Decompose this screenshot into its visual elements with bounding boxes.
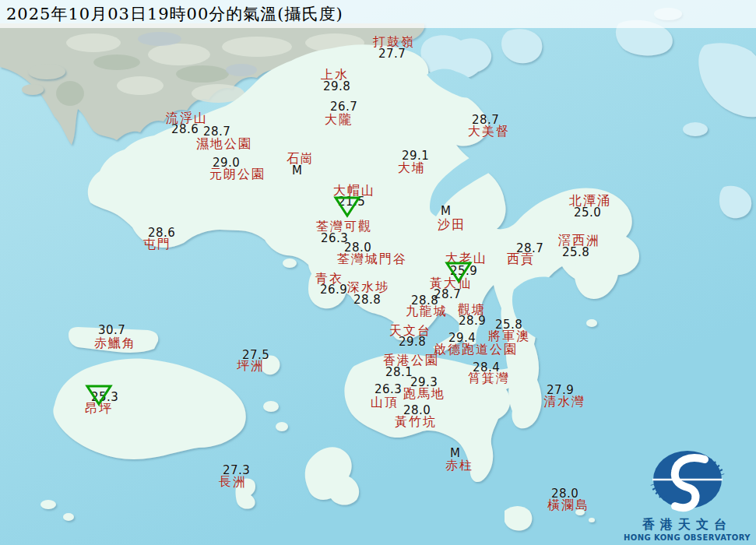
- station-value: 28.9: [459, 315, 486, 327]
- station-name: 橫瀾島: [547, 498, 589, 512]
- station-name: 荃灣可觀: [316, 220, 372, 233]
- station-name: 長洲: [219, 475, 247, 488]
- station-value: 28.8: [353, 294, 381, 306]
- station-name: 觀塘: [458, 303, 486, 316]
- station-name: 山頂: [371, 396, 399, 409]
- station-name: 九龍城: [406, 304, 448, 318]
- station-value: 27.7: [378, 48, 406, 60]
- hko-logo-symbol: [649, 448, 726, 514]
- station-name: 石崗: [287, 152, 315, 165]
- station-value: 25.0: [574, 207, 601, 219]
- min-temperature-triangle-icon: [85, 383, 113, 406]
- station-name: 屯門: [143, 237, 171, 251]
- station-name: 西貢: [507, 252, 535, 265]
- station-name: 深水埗: [347, 280, 389, 294]
- hko-logo-text-en: HONG KONG OBSERVATORY: [623, 533, 751, 542]
- station-name: 香港公園: [383, 353, 439, 367]
- station-value: M: [292, 165, 302, 177]
- station-value: M: [441, 206, 451, 217]
- station-value: 29.8: [399, 336, 426, 348]
- station-value: 28.6: [171, 124, 199, 135]
- station-value: 26.3: [374, 384, 402, 396]
- min-temperature-triangle-icon: [445, 260, 473, 283]
- station-name: 筲箕灣: [468, 371, 510, 385]
- station-name: 上水: [321, 68, 349, 81]
- station-name: 啟德跑道公園: [434, 343, 518, 356]
- station-name: 赤柱: [445, 459, 473, 472]
- station-value: 30.7: [98, 325, 125, 336]
- station-name: 流浮山: [166, 111, 208, 125]
- station-name: 黃竹坑: [395, 415, 437, 428]
- station-value: 29.8: [323, 81, 350, 93]
- station-name: 將軍澳: [488, 329, 530, 343]
- station-name: 赤鱲角: [94, 336, 136, 350]
- station-name: 濕地公園: [196, 137, 252, 150]
- min-temperature-triangle-icon: [333, 195, 361, 218]
- station-name: 大埔: [398, 161, 426, 174]
- station-name: 元朗公園: [209, 167, 265, 181]
- station-name: 跑馬地: [403, 387, 445, 400]
- station-name: 坪洲: [237, 359, 265, 372]
- station-name: 沙田: [438, 218, 466, 231]
- station-value: 26.7: [330, 101, 357, 113]
- station-name: 打鼓嶺: [373, 35, 415, 48]
- station-name: 北潭涌: [569, 194, 611, 207]
- hko-logo-text-zh: 香港天文台: [623, 517, 751, 533]
- station-name: 大隴: [325, 113, 353, 126]
- station-value: 28.1: [385, 367, 413, 378]
- map-title: 2025年10月03日19時00分的氣溫(攝氏度): [6, 3, 343, 25]
- station-name: 滘西洲: [558, 234, 600, 247]
- station-name: 荃灣城門谷: [337, 252, 407, 265]
- station-value: 26.9: [320, 284, 347, 296]
- station-name: 天文台: [389, 324, 431, 337]
- title-bar: 2025年10月03日19時00分的氣溫(攝氏度): [0, 0, 756, 28]
- station-name: 青衣: [315, 272, 343, 285]
- station-name: 大美督: [468, 125, 510, 138]
- station-value: 25.8: [562, 247, 589, 258]
- weather-map-screenshot: 2025年10月03日19時00分的氣溫(攝氏度) 27.7打鼓嶺29.8上水2…: [0, 0, 756, 545]
- hko-logo: 香港天文台 HONG KONG OBSERVATORY: [623, 448, 751, 542]
- station-name: 清水灣: [543, 395, 585, 408]
